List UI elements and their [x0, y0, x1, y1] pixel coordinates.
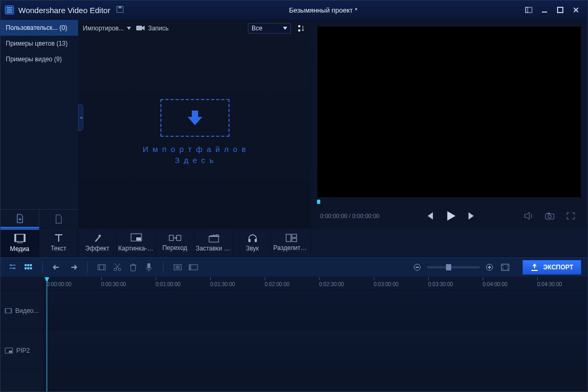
ruler-tick: 0:00:30:00 — [101, 277, 126, 287]
volume-icon[interactable] — [521, 209, 536, 223]
sidebar-item-colors[interactable]: Примеры цветов (13) — [1, 36, 78, 51]
minimize-button[interactable] — [537, 3, 552, 17]
zoom-slider[interactable] — [427, 266, 480, 268]
tab-sound[interactable]: Звук — [233, 228, 272, 257]
preview-controls: 0:00:00:00 / 0:00:00:00 — [317, 204, 581, 228]
save-icon[interactable] — [116, 6, 125, 14]
prev-frame-button[interactable] — [422, 209, 437, 223]
svg-rect-14 — [15, 234, 16, 242]
render-icon[interactable] — [188, 262, 199, 273]
tab-effect[interactable]: Эффект — [78, 228, 117, 257]
track-label-pip2[interactable]: PIP2 — [1, 331, 43, 371]
ruler-tick: 0:04:30:00 — [537, 277, 562, 287]
filter-selected: Все — [252, 25, 263, 32]
zoom-thumb[interactable] — [446, 264, 451, 270]
edit-clip-icon[interactable] — [96, 262, 107, 273]
svg-rect-5 — [542, 12, 547, 13]
sort-icon[interactable] — [296, 23, 307, 34]
track-label-video[interactable]: Видео... — [1, 291, 43, 331]
magic-wand-icon — [92, 233, 103, 243]
export-button[interactable]: ЭКСПОРТ — [522, 260, 581, 275]
zoom-out-icon[interactable] — [411, 262, 423, 273]
tab-intro[interactable]: Заставки и ... — [194, 228, 233, 257]
tab-pip[interactable]: Картинка-в... — [117, 228, 156, 257]
maximize-button[interactable] — [553, 3, 568, 17]
svg-rect-8 — [298, 25, 300, 27]
preview-progress[interactable] — [317, 200, 581, 204]
record-button[interactable]: Запись — [136, 25, 168, 32]
tab-sound-label: Звук — [246, 245, 259, 252]
sidebar-bottom-icons — [1, 209, 78, 228]
snapshot-icon[interactable] — [542, 209, 557, 223]
download-arrow-icon — [184, 107, 205, 128]
tab-effect-label: Эффект — [85, 245, 110, 252]
sidebar-item-videos[interactable]: Примеры видео (9) — [1, 51, 78, 67]
playhead[interactable] — [47, 277, 47, 391]
track-row-video[interactable] — [43, 291, 587, 331]
media-body[interactable]: И м п о р т ф а й л о в З д е с ь — [79, 37, 311, 228]
timecode: 0:00:00:00 / 0:00:00:00 — [320, 213, 379, 219]
svg-rect-46 — [5, 308, 12, 313]
svg-point-34 — [118, 268, 121, 271]
camera-icon — [136, 25, 145, 31]
cut-icon[interactable] — [112, 262, 123, 273]
close-button[interactable] — [569, 3, 583, 17]
add-folder-icon[interactable] — [39, 210, 78, 228]
sidebar-item-user[interactable]: Пользовательск... (0) — [1, 20, 78, 36]
undo-icon[interactable] — [51, 262, 63, 273]
svg-rect-22 — [255, 239, 257, 242]
project-title: Безымянный проект * — [125, 6, 521, 14]
dropzone-line2: З д е с ь — [143, 155, 247, 166]
dropzone-text: И м п о р т ф а й л о в З д е с ь — [143, 144, 247, 166]
filter-select[interactable]: Все — [248, 23, 291, 34]
svg-rect-18 — [169, 235, 173, 241]
transition-icon — [169, 234, 181, 242]
redo-icon[interactable] — [67, 262, 79, 273]
svg-rect-28 — [30, 264, 32, 266]
media-icon — [14, 234, 26, 243]
zoom-fit-icon[interactable] — [499, 262, 511, 273]
import-button[interactable]: Импортиров... — [83, 25, 131, 32]
ruler-tick: 0:04:00:00 — [483, 277, 507, 287]
import-dropzone[interactable] — [160, 99, 230, 137]
time-ruler[interactable]: 0:00:00:000:00:30:000:01:00:000:01:30:00… — [43, 277, 587, 291]
track-row-pip2[interactable] — [43, 331, 587, 371]
ruler-tick: 0:03:30:00 — [428, 277, 453, 287]
crop-icon[interactable] — [172, 262, 183, 273]
import-label: Импортиров... — [83, 25, 124, 32]
tab-split[interactable]: Разделить ... — [272, 228, 311, 257]
timeline: Видео... PIP2 0:00:00:000:00:30:000:01:0… — [1, 277, 587, 391]
tab-text[interactable]: Текст — [39, 228, 78, 257]
add-file-icon[interactable] — [1, 210, 39, 228]
fullscreen-icon[interactable] — [563, 209, 578, 223]
svg-rect-30 — [27, 267, 29, 269]
record-label: Запись — [148, 25, 168, 32]
svg-rect-20 — [209, 236, 219, 242]
svg-rect-45 — [502, 264, 509, 270]
voiceover-icon[interactable] — [143, 262, 155, 273]
preview-pane: 0:00:00:00 / 0:00:00:00 — [311, 20, 587, 228]
ruler-tick: 0:00:00:00 — [47, 277, 71, 287]
tab-media[interactable]: Медиа — [1, 228, 39, 257]
storyboard-icon[interactable] — [23, 262, 34, 273]
tab-transition[interactable]: Переход — [156, 228, 194, 257]
svg-rect-4 — [526, 7, 528, 13]
tab-pip-label: Картинка-в... — [118, 245, 154, 252]
video-track-icon — [5, 308, 12, 314]
ruler-tick: 0:01:30:00 — [210, 277, 235, 287]
progress-handle[interactable] — [317, 200, 320, 204]
svg-rect-31 — [30, 267, 32, 269]
next-frame-button[interactable] — [464, 209, 479, 223]
sidebar-collapse-handle[interactable]: ◂ — [78, 104, 83, 131]
svg-rect-32 — [98, 265, 105, 270]
marker-icon[interactable] — [7, 262, 18, 273]
zoom-in-icon[interactable] — [484, 262, 495, 273]
tab-text-label: Текст — [50, 245, 66, 252]
play-button[interactable] — [443, 209, 458, 223]
tracks-area[interactable]: 0:00:00:000:00:30:000:01:00:000:01:30:00… — [43, 277, 587, 391]
layout-toggle-icon[interactable] — [521, 3, 536, 17]
svg-rect-17 — [136, 237, 141, 241]
delete-icon[interactable] — [127, 262, 139, 273]
preview-viewer[interactable] — [317, 26, 581, 198]
app-title: Wondershare Video Editor — [18, 6, 110, 15]
